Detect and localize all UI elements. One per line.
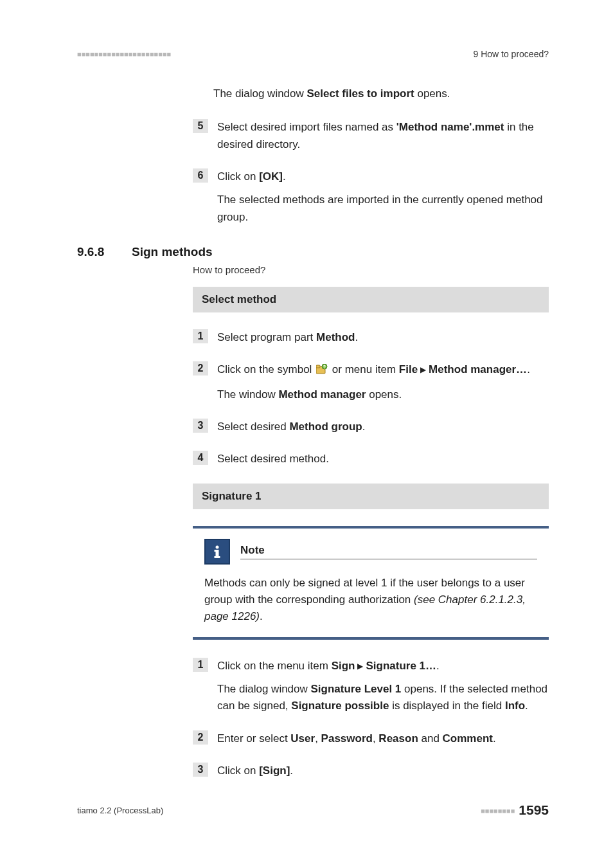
method-manager-icon: ?: [316, 363, 328, 379]
menu-signature-1: Signature 1…: [366, 660, 436, 672]
text: ,: [373, 732, 378, 745]
svg-point-4: [216, 545, 219, 548]
note-title: Note: [240, 544, 537, 559]
svg-rect-1: [316, 365, 320, 368]
step-number: 2: [193, 730, 208, 745]
text: Enter or select: [217, 732, 290, 745]
text: .: [525, 700, 528, 712]
step-number: 1: [193, 658, 208, 672]
filename-pattern: 'Method name'.mmet: [396, 121, 504, 133]
sm-step-2: 2 Click on the symbol ? or menu item Fil…: [193, 361, 549, 379]
section-heading: 9.6.8 Sign methods: [77, 245, 549, 259]
sig-step-1-extra: The dialog window Signature Level 1 open…: [217, 681, 549, 715]
intro-paragraph: The dialog window Select files to import…: [213, 85, 549, 102]
text: Select desired: [217, 420, 289, 433]
note-box: Note Methods can only be signed at level…: [193, 526, 549, 640]
text: .: [362, 420, 366, 433]
step-body: Click on the symbol ? or menu item File▶…: [217, 361, 549, 379]
continuation-block: The dialog window Select files to import…: [193, 85, 549, 226]
note-body: Methods can only be signed at level 1 if…: [204, 575, 537, 626]
step-6: 6 Click on [OK].: [193, 168, 549, 185]
method-group: Method group: [289, 420, 362, 433]
step-body: Select desired import files named as 'Me…: [217, 119, 549, 153]
text: The window: [217, 388, 278, 401]
step-number: 3: [193, 763, 208, 777]
text: Click on the menu item: [217, 660, 332, 672]
subheading-bar-signature-1: Signature 1: [193, 484, 549, 509]
sm-step-1: 1 Select program part Method.: [193, 329, 549, 346]
section-number: 9.6.8: [77, 245, 132, 259]
text: Click on: [217, 170, 259, 183]
page-header: ■■■■■■■■■■■■■■■■■■■■■■ 9 How to proceed?: [77, 49, 549, 59]
info-icon: [204, 539, 230, 565]
menu-separator-icon: ▶: [420, 365, 426, 374]
button-sign: [Sign]: [259, 764, 290, 777]
step-number: 2: [193, 361, 208, 375]
step-5: 5 Select desired import files named as '…: [193, 119, 549, 153]
section-subtitle: How to proceed?: [193, 264, 549, 275]
page: ■■■■■■■■■■■■■■■■■■■■■■ 9 How to proceed?…: [0, 0, 613, 868]
text: The dialog window: [213, 87, 307, 100]
text: .: [283, 170, 286, 183]
footer-right: ■■■■■■■■1595: [481, 802, 549, 818]
footer-dashmarks: ■■■■■■■■: [481, 807, 515, 815]
step-number: 5: [193, 119, 208, 133]
note-header: Note: [204, 539, 537, 565]
field-reason: Reason: [378, 732, 418, 745]
text: .: [527, 363, 530, 375]
sm-step-2-extra: The window Method manager opens.: [217, 386, 549, 403]
sm-step-4: 4 Select desired method.: [193, 451, 549, 467]
dialog-name: Signature Level 1: [311, 683, 402, 695]
field-user: User: [290, 732, 315, 745]
svg-text:?: ?: [323, 365, 326, 369]
text: Select desired method.: [217, 453, 329, 465]
header-dashmarks: ■■■■■■■■■■■■■■■■■■■■■■: [77, 50, 171, 58]
menu-sign: Sign: [332, 660, 355, 672]
step-body: Click on [OK].: [217, 168, 549, 185]
subheading-bar-select-method: Select method: [193, 287, 549, 312]
page-footer: tiamo 2.2 (ProcessLab) ■■■■■■■■1595: [77, 802, 549, 818]
footer-product: tiamo 2.2 (ProcessLab): [77, 806, 163, 815]
text: Click on: [217, 764, 259, 777]
page-number: 1595: [519, 802, 549, 817]
step-6-extra: The selected methods are imported in the…: [217, 192, 549, 226]
step-number: 4: [193, 451, 208, 465]
text: .: [290, 764, 293, 777]
text: or menu item: [332, 363, 399, 375]
text: .: [355, 331, 358, 343]
text: Click on the symbol: [217, 363, 315, 375]
step-number: 3: [193, 419, 208, 433]
sm-step-3: 3 Select desired Method group.: [193, 419, 549, 435]
svg-rect-6: [215, 550, 217, 552]
status-text: Signature possible: [291, 700, 389, 712]
section-title: Sign methods: [132, 245, 213, 259]
header-chapter: 9 How to proceed?: [473, 49, 549, 59]
note-title-wrap: Note: [240, 544, 537, 559]
field-password: Password: [321, 732, 373, 745]
text: Select program part: [217, 331, 316, 343]
button-label: [OK]: [259, 170, 283, 183]
text: .: [493, 732, 496, 745]
svg-rect-7: [215, 556, 220, 558]
step-body: Enter or select User, Password, Reason a…: [217, 730, 549, 747]
text: and: [418, 732, 443, 745]
step-body: Click on [Sign].: [217, 763, 549, 779]
text: opens.: [366, 388, 402, 401]
text: .: [436, 660, 440, 672]
step-body: Select desired Method group.: [217, 419, 549, 435]
window-name: Method manager: [278, 388, 366, 401]
sig-step-2: 2 Enter or select User, Password, Reason…: [193, 730, 549, 747]
sig-step-3: 3 Click on [Sign].: [193, 763, 549, 779]
text: Select desired import files named as: [217, 121, 396, 133]
menu-file: File: [399, 363, 418, 375]
field-info: Info: [505, 700, 525, 712]
step-body: Select desired method.: [217, 451, 549, 467]
program-part: Method: [316, 331, 355, 343]
field-comment: Comment: [443, 732, 493, 745]
text: is displayed in the field: [389, 700, 505, 712]
text: The dialog window: [217, 683, 311, 695]
step-number: 6: [193, 168, 208, 183]
menu-separator-icon: ▶: [357, 662, 363, 671]
step-body: Click on the menu item Sign▶Signature 1……: [217, 658, 549, 674]
step-number: 1: [193, 329, 208, 343]
